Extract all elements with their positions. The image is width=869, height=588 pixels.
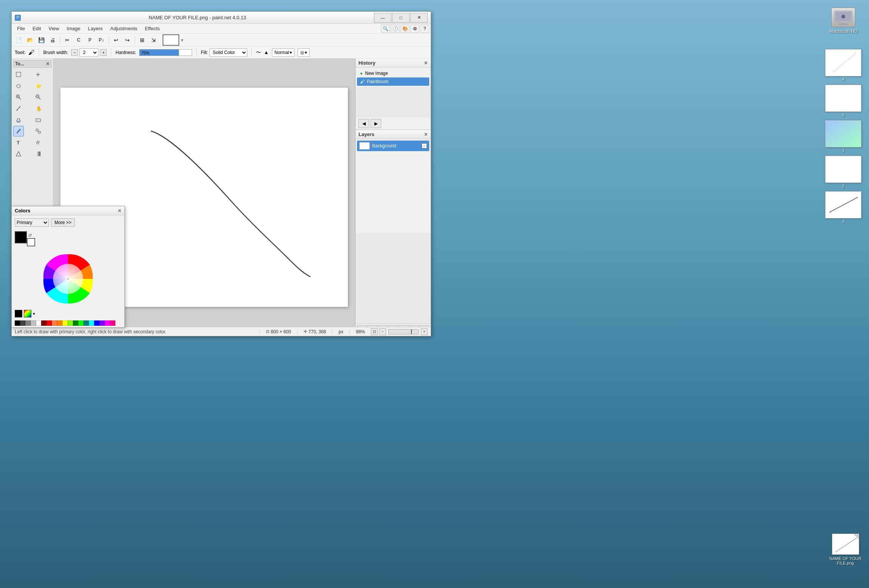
color-wheel-container[interactable] xyxy=(12,251,124,308)
tool-clone-stamp[interactable] xyxy=(33,126,43,136)
tools-panel-close[interactable]: ✕ xyxy=(46,61,50,67)
zoom-out-btn[interactable]: − xyxy=(379,328,386,335)
swatch-yellow[interactable] xyxy=(62,320,68,326)
new-file-button[interactable]: 📄 xyxy=(13,35,24,45)
color-mode-select[interactable]: Primary Secondary xyxy=(15,218,49,227)
tool-pan[interactable]: ✋ xyxy=(33,103,43,114)
thumb-2[interactable]: 2 xyxy=(825,156,861,188)
help-icon[interactable]: ? xyxy=(420,25,429,33)
minimize-button[interactable]: — xyxy=(374,13,391,23)
swatch-pink[interactable] xyxy=(105,320,110,326)
paste-button[interactable]: P xyxy=(85,35,95,45)
blend-mode-select[interactable]: Normal ▾ xyxy=(272,48,295,57)
tool-text[interactable]: T xyxy=(13,137,24,148)
menu-edit[interactable]: Edit xyxy=(29,25,45,32)
tool-zoom-out[interactable] xyxy=(33,92,43,102)
menu-layers[interactable]: Layers xyxy=(84,25,106,32)
brush-width-increase[interactable]: + xyxy=(100,49,107,56)
canvas-preview-arrow[interactable]: ▾ xyxy=(181,37,183,43)
menu-effects[interactable]: Effects xyxy=(141,25,164,32)
thumb-5[interactable]: 5 xyxy=(825,85,861,117)
swatch-purple[interactable] xyxy=(99,320,105,326)
tool-magic-wand[interactable]: ⭐ xyxy=(33,80,43,91)
copy-button[interactable]: C xyxy=(73,35,84,45)
swatch-black[interactable] xyxy=(15,320,20,326)
brush-width-decrease[interactable]: − xyxy=(71,49,78,56)
swatch-cyan[interactable] xyxy=(89,320,94,326)
resize-button[interactable]: ⇲ xyxy=(148,35,159,45)
search-icon[interactable]: 🔍 xyxy=(381,25,390,33)
tool-move[interactable]: ✛ xyxy=(33,69,43,80)
desktop-file-icon[interactable]: NAME OF YOURFILE.png xyxy=(829,534,861,565)
open-button[interactable]: 📂 xyxy=(25,35,35,45)
tool-rectangle-select[interactable] xyxy=(13,69,24,80)
menu-image[interactable]: Image xyxy=(63,25,84,32)
menu-file[interactable]: File xyxy=(13,25,29,32)
layer-background[interactable]: Background ✓ xyxy=(357,141,429,151)
tool-recolor[interactable]: R xyxy=(33,137,43,148)
secondary-color-swatch[interactable] xyxy=(27,238,35,246)
tool-paint-bucket[interactable] xyxy=(13,115,24,125)
tool-eraser[interactable] xyxy=(33,115,43,125)
zoom-fit-btn[interactable]: ⊡ xyxy=(371,328,378,335)
color-wheel-icon[interactable]: 🎨 xyxy=(400,25,410,33)
curve-tool[interactable]: 〜 xyxy=(256,49,261,56)
grid-button[interactable]: ⊞ xyxy=(137,35,147,45)
history-redo-btn[interactable]: ▶ xyxy=(371,119,381,128)
thumb-4[interactable]: 4 xyxy=(825,49,861,82)
menu-adjustments[interactable]: Adjustments xyxy=(106,25,141,32)
swatch-blue[interactable] xyxy=(94,320,99,326)
swap-colors-icon[interactable]: ⇄ xyxy=(28,233,32,238)
paste-special-button[interactable]: P↓ xyxy=(96,35,107,45)
clock-icon[interactable]: 🕐 xyxy=(391,25,400,33)
swatch-darkorange[interactable] xyxy=(57,320,62,326)
layers-panel-close[interactable]: ✕ xyxy=(424,132,428,137)
zoom-in-btn[interactable]: + xyxy=(421,328,428,335)
swatch-red[interactable] xyxy=(47,320,52,326)
color-palette-icon[interactable] xyxy=(24,310,31,317)
colors-more-btn[interactable]: More >> xyxy=(51,218,75,227)
colors-panel-close[interactable]: ✕ xyxy=(118,208,121,214)
swatch-white[interactable] xyxy=(36,320,41,326)
tool-zoom[interactable] xyxy=(13,92,24,102)
fill-select[interactable]: Solid Color Transparent xyxy=(209,48,247,57)
save-button[interactable]: 💾 xyxy=(36,35,47,45)
swatch-green[interactable] xyxy=(78,320,84,326)
swatch-orange[interactable] xyxy=(52,320,57,326)
palette-arrow[interactable]: ▾ xyxy=(33,311,35,316)
swatch-lightgray[interactable] xyxy=(31,320,36,326)
maximize-button[interactable]: □ xyxy=(392,13,410,23)
menu-view[interactable]: View xyxy=(45,25,63,32)
tool-shapes[interactable] xyxy=(13,149,24,159)
swatch-gray[interactable] xyxy=(25,320,31,326)
history-undo-btn[interactable]: ◀ xyxy=(358,119,369,128)
brush-width-select[interactable]: 2 4 8 16 xyxy=(79,48,98,57)
print-button[interactable]: 🖨 xyxy=(47,35,58,45)
redo-button[interactable]: ↪ xyxy=(122,35,133,45)
zoom-slider[interactable] xyxy=(388,329,419,334)
layer-visibility-check[interactable]: ✓ xyxy=(422,143,427,149)
swatch-darkred[interactable] xyxy=(41,320,47,326)
tool-gradient[interactable] xyxy=(33,149,43,159)
history-item-paintbrush[interactable]: 🖌 Paintbrush xyxy=(357,77,429,86)
close-button[interactable]: ✕ xyxy=(410,13,428,23)
anti-alias-icon[interactable]: ▲ xyxy=(264,50,269,55)
swatch-darkgray[interactable] xyxy=(20,320,25,326)
tool-lasso[interactable] xyxy=(13,80,24,91)
tool-paintbrush[interactable] xyxy=(13,126,24,136)
cut-button[interactable]: ✂ xyxy=(62,35,73,45)
black-swatch[interactable] xyxy=(15,310,22,317)
thumb-1[interactable]: 1 xyxy=(825,120,861,153)
settings-icon[interactable]: ⚙ xyxy=(410,25,419,33)
history-panel-close[interactable]: ✕ xyxy=(424,60,428,66)
alpha-blend-btn[interactable]: ◎ ▾ xyxy=(298,48,310,57)
swatch-teal[interactable] xyxy=(84,320,89,326)
color-wheel[interactable] xyxy=(42,252,95,305)
swatch-darkgreen[interactable] xyxy=(73,320,78,326)
swatch-lightgreen[interactable] xyxy=(68,320,73,326)
thumb-3[interactable]: 3 xyxy=(825,191,861,224)
history-item-new-image[interactable]: ● New Image xyxy=(357,69,429,77)
primary-color-swatch[interactable] xyxy=(15,231,27,243)
hardness-control[interactable]: 75% xyxy=(139,49,192,56)
tool-pencil[interactable] xyxy=(13,103,24,114)
